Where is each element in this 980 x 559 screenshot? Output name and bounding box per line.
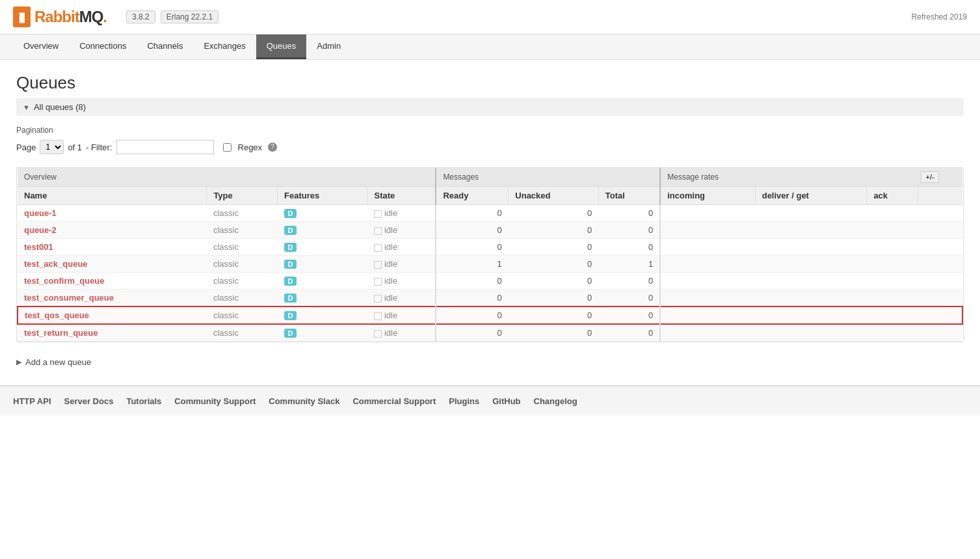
queue-unacked-cell: 0 (509, 307, 598, 324)
footer-link[interactable]: Plugins (449, 396, 479, 406)
queue-name-link[interactable]: test_confirm_queue (24, 276, 105, 286)
table-row[interactable]: test001classicDidle000 (18, 239, 962, 256)
refresh-text: Refreshed 2019 (912, 12, 967, 21)
state-text: idle (384, 259, 397, 269)
queue-incoming-cell (660, 273, 755, 290)
header: ▮ RabbitMQ. 3.8.2 Erlang 22.2.1 Refreshe… (0, 0, 980, 34)
queue-state-cell: idle (367, 273, 436, 290)
state-text: idle (384, 328, 397, 338)
footer-link[interactable]: Community Support (174, 396, 256, 406)
queue-unacked-cell: 0 (509, 205, 598, 222)
queue-ready-cell: 0 (436, 307, 508, 324)
feature-badge: D (284, 243, 297, 252)
table-row[interactable]: queue-2classicDidle000 (18, 222, 962, 239)
feature-badge: D (284, 293, 297, 303)
footer-link[interactable]: GitHub (492, 396, 520, 406)
nav-item-admin[interactable]: Admin (306, 34, 351, 59)
footer-link[interactable]: Changelog (534, 396, 577, 406)
queue-incoming-cell (660, 324, 755, 342)
footer-link[interactable]: HTTP API (13, 396, 51, 406)
regex-checkbox[interactable] (223, 143, 232, 152)
queue-name-link[interactable]: test_consumer_queue (24, 293, 114, 303)
footer-link[interactable]: Community Slack (269, 396, 339, 406)
footer-link[interactable]: Tutorials (126, 396, 161, 406)
queue-name-cell: queue-2 (18, 222, 207, 239)
nav-item-channels[interactable]: Channels (137, 34, 193, 59)
table-row[interactable]: test_confirm_queueclassicDidle000 (18, 273, 962, 290)
page-select[interactable]: 1 (40, 140, 64, 154)
queue-total-cell: 0 (598, 239, 660, 256)
queue-type-cell: classic (207, 290, 278, 307)
nav-item-queues[interactable]: Queues (256, 34, 307, 59)
queue-ready-cell: 0 (436, 205, 508, 222)
col-state: State (367, 187, 436, 205)
queue-feature-cell: D (278, 256, 367, 273)
queue-feature-cell: D (278, 307, 367, 324)
table-row[interactable]: queue-1classicDidle000 (18, 205, 962, 222)
pagination-label: Pagination (16, 126, 964, 135)
help-icon[interactable]: ? (268, 143, 277, 152)
nav-item-overview[interactable]: Overview (13, 34, 69, 59)
table-row[interactable]: test_consumer_queueclassicDidle000 (18, 290, 962, 307)
nav-item-exchanges[interactable]: Exchanges (193, 34, 256, 59)
queue-ack-cell (867, 222, 918, 239)
queue-total-cell: 1 (598, 256, 660, 273)
col-deliver-get: deliver / get (755, 187, 867, 205)
queue-incoming-cell (660, 222, 755, 239)
queue-feature-cell: D (278, 290, 367, 307)
state-checkbox (374, 330, 382, 338)
queue-state-cell: idle (367, 307, 436, 324)
footer-link[interactable]: Server Docs (64, 396, 114, 406)
queue-feature-cell: D (278, 324, 367, 342)
section-arrow: ▼ (23, 103, 30, 111)
footer: HTTP APIServer DocsTutorialsCommunity Su… (0, 385, 980, 416)
queue-feature-cell: D (278, 239, 367, 256)
section-header[interactable]: ▼ All queues (8) (16, 98, 964, 116)
plus-minus-button[interactable]: +/- (921, 171, 938, 183)
queue-type-cell: classic (207, 307, 278, 324)
queue-deliver-cell (755, 222, 867, 239)
queue-name-link[interactable]: queue-1 (24, 208, 57, 218)
main-content: Queues ▼ All queues (8) Pagination Page … (0, 60, 980, 385)
queues-table: Overview Messages Message rates +/- Name… (17, 168, 963, 342)
table-row[interactable]: test_ack_queueclassicDidle101 (18, 256, 962, 273)
rates-group-header: Message rates (660, 168, 918, 187)
add-queue-label: Add a new queue (25, 357, 91, 367)
queue-extra-cell (918, 307, 962, 324)
footer-link[interactable]: Commercial Support (352, 396, 436, 406)
queue-ack-cell (867, 256, 918, 273)
queue-type-cell: classic (207, 324, 278, 342)
filter-label: - Filter: (86, 143, 112, 152)
queue-name-link[interactable]: test_return_queue (24, 328, 98, 338)
state-text: idle (384, 242, 397, 252)
table-row[interactable]: test_qos_queueclassicDidle000 (18, 307, 962, 324)
queue-name-link[interactable]: test_ack_queue (24, 259, 88, 269)
queue-feature-cell: D (278, 205, 367, 222)
queue-ready-cell: 0 (436, 239, 508, 256)
feature-badge: D (284, 260, 297, 269)
queue-name-link[interactable]: queue-2 (24, 225, 57, 235)
plus-minus-cell[interactable]: +/- (918, 168, 962, 187)
queue-unacked-cell: 0 (509, 273, 598, 290)
queue-feature-cell: D (278, 222, 367, 239)
logo-text: RabbitMQ. (34, 8, 107, 26)
messages-group-header: Messages (436, 168, 660, 187)
pagination-controls: Page 1 of 1 - Filter: Regex ? (16, 140, 964, 154)
state-text: idle (384, 208, 397, 218)
table-row[interactable]: test_return_queueclassicDidle000 (18, 324, 962, 342)
queue-ack-cell (867, 205, 918, 222)
queue-ready-cell: 1 (436, 256, 508, 273)
queue-name-cell: test001 (18, 239, 207, 256)
queue-ack-cell (867, 290, 918, 307)
page-label: Page (16, 143, 36, 152)
add-queue-section[interactable]: ▶ Add a new queue (16, 352, 964, 372)
queue-name-link[interactable]: test_qos_queue (25, 310, 89, 320)
queue-unacked-cell: 0 (509, 222, 598, 239)
nav: Overview Connections Channels Exchanges … (0, 34, 980, 60)
queue-state-cell: idle (367, 222, 436, 239)
queue-ready-cell: 0 (436, 324, 508, 342)
queue-name-link[interactable]: test001 (24, 242, 53, 252)
queue-ack-cell (867, 307, 918, 324)
nav-item-connections[interactable]: Connections (69, 34, 137, 59)
filter-input[interactable] (116, 140, 214, 154)
